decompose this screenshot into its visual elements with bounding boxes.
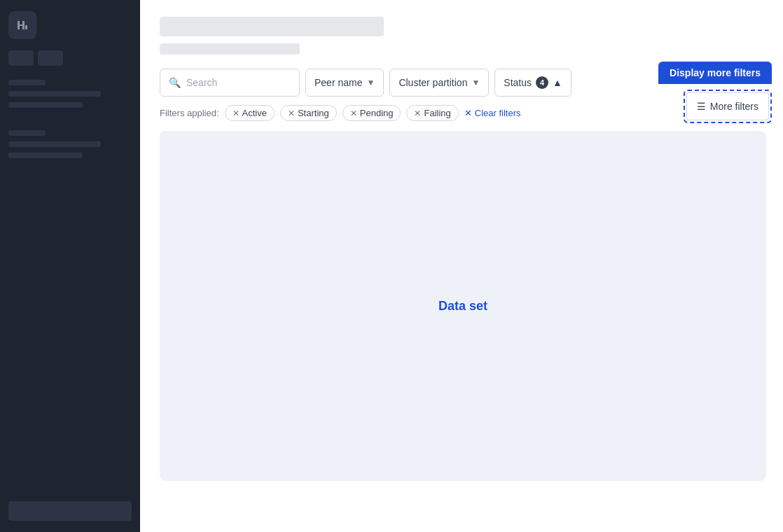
remove-icon[interactable]: ✕	[288, 108, 295, 118]
brand-icon	[13, 15, 32, 35]
page-subtitle-skeleton	[160, 43, 300, 55]
filter-tag-active[interactable]: ✕ Active	[225, 105, 275, 121]
chevron-down-icon: ▼	[366, 78, 375, 88]
sidebar-top-buttons	[8, 50, 132, 66]
data-set-label: Data set	[438, 299, 487, 314]
sidebar-section-2	[8, 130, 132, 164]
remove-icon[interactable]: ✕	[233, 108, 240, 118]
filter-tag-pending[interactable]: ✕ Pending	[342, 105, 401, 121]
filters-applied-label: Filters applied:	[160, 108, 219, 118]
status-count-badge: 4	[536, 76, 548, 89]
sidebar-btn-2[interactable]	[38, 50, 63, 66]
sidebar-item-skeleton	[8, 80, 46, 85]
peer-name-label: Peer name	[314, 77, 362, 88]
main-content: 🔍 Search Peer name ▼ Cluster partition ▼…	[140, 0, 783, 532]
clear-filters-icon: ✕	[464, 108, 472, 118]
filter-tag-label: Starting	[298, 108, 329, 118]
filter-tag-label: Pending	[360, 108, 394, 118]
status-label: Status	[504, 77, 532, 88]
sidebar-item-skeleton	[8, 102, 83, 108]
peer-name-dropdown[interactable]: Peer name ▼	[305, 69, 384, 97]
sidebar-item-skeleton	[8, 153, 83, 158]
filter-tag-label: Failing	[424, 108, 450, 118]
filter-tag-starting[interactable]: ✕ Starting	[280, 105, 337, 121]
clear-filters-label: Clear filters	[475, 108, 521, 118]
remove-icon[interactable]: ✕	[414, 108, 421, 118]
sidebar-item-skeleton	[8, 91, 101, 97]
more-filters-button[interactable]: ☰ More filters	[686, 92, 769, 120]
more-filters-highlighted-container: ☰ More filters	[684, 90, 772, 123]
chevron-down-icon: ▼	[471, 78, 480, 88]
sidebar-btn-1[interactable]	[8, 50, 34, 66]
sidebar-item-skeleton	[8, 130, 46, 136]
svg-rect-1	[25, 25, 27, 29]
filters-applied-row: Filters applied: ✕ Active ✕ Starting ✕ P…	[160, 105, 766, 121]
cluster-partition-dropdown[interactable]: Cluster partition ▼	[389, 69, 489, 97]
clear-filters-button[interactable]: ✕ Clear filters	[464, 108, 521, 118]
remove-icon[interactable]: ✕	[350, 108, 357, 118]
search-input[interactable]: 🔍 Search	[160, 69, 300, 97]
display-more-filters-callout: Display more filters	[658, 62, 772, 84]
search-icon: 🔍	[169, 77, 181, 88]
sidebar-section-1	[8, 80, 132, 113]
status-dropdown[interactable]: Status 4 ▲	[494, 69, 571, 97]
search-placeholder: Search	[186, 77, 217, 88]
page-title-skeleton	[160, 17, 384, 36]
sidebar	[0, 0, 140, 532]
filter-tag-label: Active	[242, 108, 267, 118]
sidebar-bottom-item[interactable]	[8, 501, 132, 521]
cluster-partition-label: Cluster partition	[399, 77, 467, 88]
display-more-filters-label: Display more filters	[670, 67, 761, 78]
filter-tag-failing[interactable]: ✕ Failing	[406, 105, 458, 121]
chevron-up-icon: ▲	[553, 77, 562, 88]
logo[interactable]	[8, 11, 36, 39]
more-filters-label: More filters	[710, 101, 758, 112]
filter-lines-icon: ☰	[697, 101, 706, 112]
sidebar-item-skeleton	[8, 141, 101, 147]
data-area: Data set	[160, 131, 766, 481]
